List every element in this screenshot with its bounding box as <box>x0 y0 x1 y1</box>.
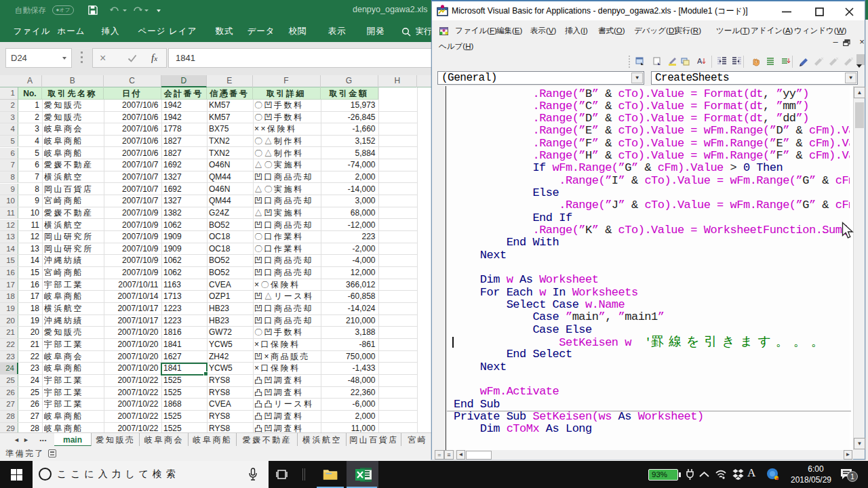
svg-text:A: A <box>697 57 703 65</box>
